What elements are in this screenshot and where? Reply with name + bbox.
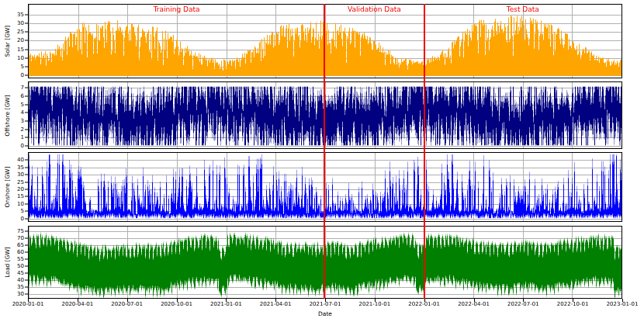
x-tick-label: 2022-04-01 [458,301,490,307]
y-tick-mark [25,280,28,281]
y-tick-mark [25,40,28,41]
y-tick-mark [25,203,28,204]
y-tick-label: 5 [1,102,24,107]
y-tick-mark [25,175,28,175]
y-tick-label: 40 [1,158,24,163]
training-data-label: Training Data [154,5,200,13]
x-tick-label: 2022-01-01 [408,301,440,307]
y-tick-label: 65 [1,243,24,248]
y-tick-label: 0 [1,143,24,148]
y-tick-label: 7 [1,85,24,91]
y-tick-mark [25,266,28,267]
y-tick-mark [25,32,28,33]
y-tick-label: 6 [1,94,24,99]
y-tick-mark [25,137,28,138]
y-tick-label: 0 [1,216,24,221]
y-tick-label: 25 [1,29,24,35]
x-tick-label: 2023-01-01 [607,301,639,307]
y-tick-mark [25,57,28,58]
y-tick-mark [25,160,28,161]
x-tick-label: 2020-10-01 [161,301,192,307]
y-tick-label: 2 [1,126,24,132]
x-tick-label: 2020-07-01 [111,301,143,307]
y-tick-mark [25,129,28,130]
y-tick-label: 30 [1,21,24,26]
y-tick-label: 30 [1,172,24,178]
y-tick-label: 30 [1,292,24,297]
y-tick-mark [25,245,28,246]
y-tick-label: 4 [1,110,24,116]
x-tick-label: 2021-04-01 [260,301,292,307]
x-tick-label: 2021-01-01 [210,301,242,307]
x-tick-label: 2021-07-01 [310,301,341,307]
train-validation-split-line [324,4,325,299]
y-tick-label: 5 [1,209,24,214]
y-tick-mark [25,88,28,88]
y-tick-mark [25,74,28,75]
y-tick-label: 0 [1,72,24,78]
y-tick-label: 60 [1,250,24,255]
y-tick-mark [25,145,28,146]
y-tick-label: 1 [1,135,24,140]
x-tick-label: 2020-01-01 [12,301,44,307]
y-tick-mark [25,273,28,274]
y-tick-mark [25,104,28,105]
y-tick-mark [25,167,28,168]
y-tick-mark [25,49,28,50]
y-tick-label: 15 [1,47,24,52]
y-tick-label: 25 [1,179,24,185]
y-tick-label: 20 [1,38,24,43]
y-tick-label: 10 [1,55,24,61]
x-tick-label: 2022-07-01 [507,301,539,307]
y-tick-mark [25,211,28,212]
test-data-label: Test Data [507,5,539,13]
y-tick-mark [25,23,28,24]
y-tick-label: 40 [1,278,24,283]
y-tick-label: 35 [1,12,24,18]
x-tick-label: 2021-10-01 [358,301,390,307]
y-tick-mark [25,182,28,182]
y-tick-label: 45 [1,271,24,276]
validation-data-label: Validation Data [348,5,401,13]
y-tick-label: 55 [1,257,24,262]
x-tick-label: 2020-04-01 [61,301,93,307]
y-tick-mark [25,96,28,97]
y-tick-label: 35 [1,164,24,170]
y-tick-label: 10 [1,201,24,206]
x-axis-label: Date [318,310,332,317]
y-tick-mark [25,294,28,295]
y-tick-label: 70 [1,236,24,241]
validation-test-split-line [424,4,425,299]
y-tick-label: 3 [1,118,24,123]
y-tick-mark [25,66,28,67]
y-tick-mark [25,15,28,16]
y-tick-label: 20 [1,187,24,192]
y-tick-mark [25,120,28,121]
y-tick-mark [25,218,28,219]
y-tick-mark [25,189,28,190]
y-tick-mark [25,196,28,197]
y-tick-mark [25,231,28,232]
y-tick-label: 35 [1,285,24,290]
x-tick-label: 2022-10-01 [557,301,589,307]
y-tick-mark [25,113,28,113]
y-tick-label: 50 [1,264,24,269]
y-tick-label: 5 [1,64,24,69]
y-tick-mark [25,259,28,260]
y-tick-mark [25,238,28,239]
y-tick-label: 75 [1,229,24,234]
figure: Solar [GW] Training Data Validation Data… [0,0,644,322]
y-tick-label: 15 [1,194,24,199]
y-tick-mark [25,252,28,253]
y-tick-mark [25,287,28,288]
